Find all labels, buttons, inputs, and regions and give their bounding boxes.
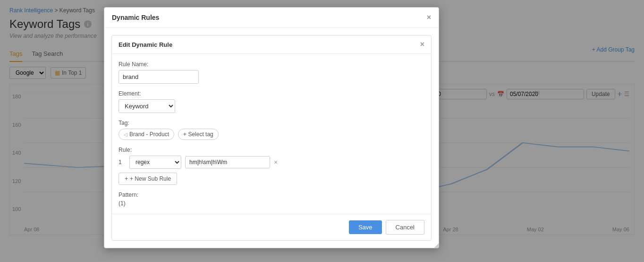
rule-name-label: Rule Name: [119, 61, 424, 68]
rule-delete-button[interactable]: × [274, 158, 278, 166]
rule-label: Rule: [119, 147, 424, 153]
pattern-label: Pattern: [119, 192, 424, 198]
edit-dynamic-rule-modal: Edit Dynamic Rule × Rule Name: Element: … [111, 35, 432, 241]
tag-chip: ◁ Brand - Product [119, 129, 174, 140]
modal-inner-close-button[interactable]: × [420, 40, 424, 49]
element-label: Element: [119, 90, 424, 97]
tag-label: Tag: [119, 120, 424, 126]
modal-inner-header: Edit Dynamic Rule × [112, 35, 431, 54]
new-sub-rule-button[interactable]: + + New Sub Rule [119, 173, 177, 185]
modal-inner-footer: Save Cancel [112, 214, 431, 240]
tag-area: ◁ Brand - Product + Select tag [119, 129, 424, 140]
element-group: Element: Keyword [119, 90, 424, 113]
rule-type-select[interactable]: regex [129, 156, 181, 169]
chip-arrow-icon: ◁ [124, 132, 127, 137]
modal-inner-title: Edit Dynamic Rule [119, 41, 172, 48]
modal-outer-close-button[interactable]: × [427, 13, 431, 22]
new-sub-rule-label: + New Sub Rule [130, 175, 171, 182]
tag-chip-label: Brand - Product [129, 131, 169, 138]
rule-group: Rule: 1 regex × + + New Sub Rule [119, 147, 424, 185]
rule-row: 1 regex × [119, 156, 424, 169]
save-button[interactable]: Save [349, 220, 382, 234]
cancel-button[interactable]: Cancel [386, 220, 424, 235]
modal-outer-header: Dynamic Rules × [104, 8, 439, 28]
modal-outer-title: Dynamic Rules [112, 14, 159, 21]
resize-handle[interactable] [433, 242, 439, 248]
select-tag-button[interactable]: + Select tag [178, 129, 219, 140]
rule-name-input[interactable] [119, 70, 199, 84]
plus-sub-rule-icon: + [125, 175, 128, 182]
element-select[interactable]: Keyword [119, 99, 175, 113]
rule-number: 1 [119, 159, 126, 166]
rule-name-group: Rule Name: [119, 61, 424, 84]
rule-value-input[interactable] [185, 156, 270, 168]
pattern-section: Pattern: (1) [119, 192, 424, 207]
pattern-value: (1) [119, 200, 424, 207]
tag-group: Tag: ◁ Brand - Product + Select tag [119, 120, 424, 140]
modal-inner-body: Rule Name: Element: Keyword Tag: ◁ Brand… [112, 54, 431, 214]
dynamic-rules-modal: Dynamic Rules × Edit Dynamic Rule × Rule… [104, 7, 439, 248]
